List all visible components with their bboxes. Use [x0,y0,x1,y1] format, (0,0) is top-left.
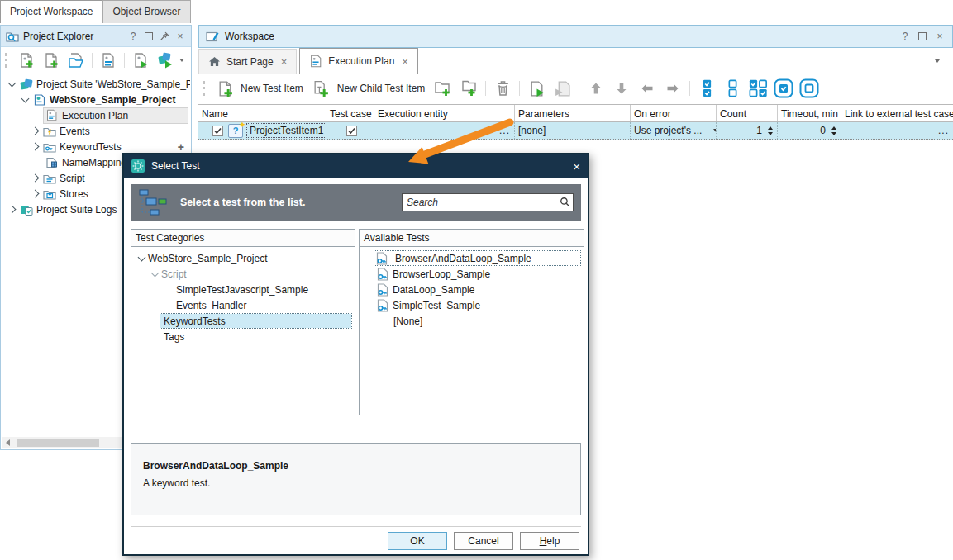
uncheck-all-button[interactable] [722,78,743,99]
scroll-left-icon[interactable] [6,439,10,446]
add-existing-item-button[interactable] [65,50,87,71]
execution-entity-cell[interactable]: ... [374,122,515,139]
chevron-right-icon[interactable] [29,175,41,181]
chevron-down-icon[interactable] [19,98,31,102]
close-icon[interactable]: × [573,160,580,173]
check-selected-button[interactable] [773,78,794,99]
chevron-right-icon[interactable] [29,191,41,197]
test-item[interactable]: BrowserLoop_Sample [360,266,584,282]
add-icon[interactable]: + [178,140,184,154]
organize-tests-button[interactable] [98,50,119,71]
new-child-test-item-label[interactable]: New Child Test Item [337,83,425,94]
link-cell[interactable]: ... [841,122,953,139]
tab-object-browser[interactable]: Object Browser [102,0,190,23]
column-header-on-error[interactable]: On error [631,105,717,121]
help-icon[interactable]: ? [127,31,139,42]
column-header-name[interactable]: Name [198,105,326,121]
tree-item-events[interactable]: Events [2,123,190,139]
help-button[interactable]: Help [520,532,579,550]
add-new-item-button[interactable] [41,50,62,71]
column-header-parameters[interactable]: Parameters [515,105,631,121]
scrollbar-thumb[interactable] [17,439,99,447]
tree-item-project-suite[interactable]: Project Suite 'WebStore_Sample_Project' [2,76,190,92]
close-icon[interactable]: × [174,31,186,42]
count-spinner[interactable] [768,126,773,135]
new-child-group-button[interactable] [458,78,479,99]
chevron-right-icon[interactable] [29,128,41,134]
move-right-button[interactable] [662,78,684,99]
search-box[interactable] [402,193,574,211]
test-item-none[interactable]: [None] [360,313,584,329]
chevron-down-icon[interactable] [179,59,184,62]
category-item[interactable]: SimpleTestJavascript_Sample [131,282,355,297]
parameters-cell[interactable]: [none] [515,122,631,139]
chevron-right-icon[interactable] [6,206,18,212]
tab-list-chevron-icon[interactable] [935,59,940,63]
run-focused-button-disabled[interactable] [551,78,573,99]
maximize-icon[interactable] [143,31,155,42]
test-case-checkbox-checked[interactable] [346,126,357,136]
invert-checks-button[interactable] [747,78,769,99]
chevron-down-icon[interactable] [136,257,148,260]
category-item[interactable]: WebStore_Sample_Project [131,250,355,266]
category-item[interactable]: Script [131,266,355,282]
toolbar-grip[interactable] [203,81,207,96]
tab-project-workspace[interactable]: Project Workspace [0,0,102,23]
column-header-execution-entity[interactable]: Execution entity [374,105,515,121]
tree-item-project[interactable]: WebStore_Sample_Project [2,92,190,107]
new-child-test-item-button[interactable] [311,78,332,99]
count-cell[interactable]: 1 [717,122,778,139]
add-new-project-button[interactable] [16,50,37,71]
pin-icon[interactable] [159,31,170,42]
run-project-suite-button[interactable] [155,50,176,71]
column-header-timeout[interactable]: Timeout, min [778,105,841,121]
chevron-right-icon[interactable] [29,144,41,149]
category-item[interactable]: Tags [131,329,355,344]
column-header-count[interactable]: Count [717,105,778,121]
ok-button[interactable]: OK [388,532,447,550]
chevron-down-icon[interactable] [6,83,18,86]
test-item[interactable]: SimpleTest_Sample [360,297,584,313]
uncheck-selected-button[interactable] [798,78,820,99]
test-item-selected[interactable]: BrowserAndDataLoop_Sample [360,250,584,266]
new-group-button[interactable] [432,78,454,99]
delete-button[interactable] [492,78,513,99]
row-checkbox-checked[interactable] [212,126,223,136]
maximize-icon[interactable] [917,31,928,42]
browse-ellipsis-button[interactable]: ... [499,125,510,136]
test-item-name[interactable]: ProjectTestItem1 [247,124,326,137]
close-icon[interactable]: × [281,55,288,68]
move-up-button[interactable] [585,78,607,99]
cancel-button[interactable]: Cancel [454,532,513,550]
tab-execution-plan[interactable]: Execution Plan × [299,48,418,74]
category-item[interactable]: Events_Handler [131,297,355,313]
name-cell[interactable]: ?✦ ProjectTestItem1 [198,122,326,139]
test-item[interactable]: DataLoop_Sample [360,282,584,297]
move-down-button[interactable] [611,78,632,99]
timeout-spinner[interactable] [831,126,836,135]
check-all-button[interactable] [696,78,717,99]
new-test-item-label[interactable]: New Test Item [241,83,303,94]
column-header-link[interactable]: Link to external test case [841,105,953,121]
chevron-down-icon[interactable] [149,273,161,276]
help-icon[interactable]: ? [899,31,911,42]
search-icon[interactable] [560,197,570,207]
run-selected-button[interactable] [526,78,547,99]
move-left-button[interactable] [636,78,658,99]
browse-ellipsis-button[interactable]: ... [938,125,949,136]
toolbar-grip[interactable] [5,53,10,68]
run-project-button[interactable] [130,50,151,71]
dialog-title-bar[interactable]: Select Test × [124,154,588,178]
search-input[interactable] [402,193,574,211]
tree-item-execution-plan[interactable]: Execution Plan [2,107,190,123]
test-case-cell[interactable] [326,122,374,139]
column-header-test-case[interactable]: Test case [326,105,374,121]
table-row[interactable]: ?✦ ProjectTestItem1 ... [none] Use proje… [198,122,953,140]
timeout-cell[interactable]: 0 [778,122,841,139]
close-icon[interactable]: × [934,31,946,42]
new-test-item-button[interactable] [214,78,236,99]
tab-start-page[interactable]: Start Page × [198,49,297,74]
on-error-cell[interactable]: Use project's ... [631,122,717,139]
category-item-selected[interactable]: KeywordTests [131,313,355,329]
close-icon[interactable]: × [402,55,408,68]
